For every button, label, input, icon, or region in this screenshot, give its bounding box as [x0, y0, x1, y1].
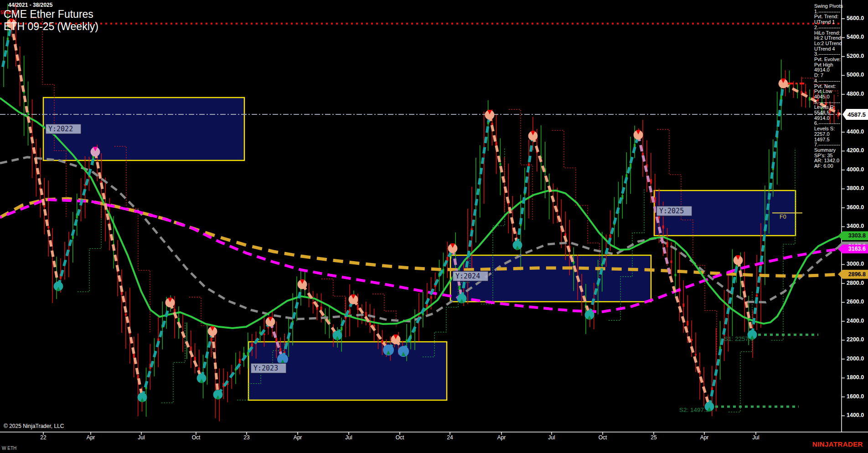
candle-body: [430, 296, 432, 299]
zigzag-leg: [142, 303, 170, 397]
time-axis-label: Apr: [294, 434, 302, 441]
year-box-label: Y:2025: [659, 207, 684, 215]
candle-body: [133, 354, 135, 358]
candle-body: [239, 359, 241, 363]
candle-body: [264, 334, 265, 335]
price-axis-label: 4200.0: [847, 147, 864, 154]
time-axis-label: Jul: [548, 434, 555, 441]
candle-body: [496, 142, 497, 145]
info-panel-line: Pvt. Evolve:: [814, 57, 842, 62]
price-axis-label: 2600.0: [847, 299, 864, 305]
candle-body: [780, 95, 782, 100]
zigzag-leg: [302, 284, 337, 335]
candle-body: [691, 339, 692, 341]
info-panel-line: 4045.0: [814, 94, 842, 100]
price-axis-label: 4000.0: [847, 166, 864, 173]
time-axis-label: Jul: [138, 434, 145, 441]
ninjatrader-logo: NINJATRADER: [812, 440, 863, 448]
price-axis-label: 3000.0: [847, 261, 864, 267]
candle-body: [756, 294, 758, 296]
year-box-label: Y:2022: [48, 125, 73, 133]
price-axis-label: 3400.0: [847, 223, 864, 229]
time-axis-label: 25: [651, 434, 656, 441]
candle-body: [125, 314, 127, 316]
year-box-label: Y:2023: [253, 364, 278, 372]
indicator-price-tag: 3303.8: [838, 231, 868, 240]
current-price-tag: 4587.5: [842, 109, 868, 120]
candle-body: [671, 261, 672, 263]
chart-subtitle: ETH 09-25 (Weekly): [4, 21, 98, 33]
candle-body: [459, 286, 460, 290]
price-axis-label: 2400.0: [847, 318, 864, 324]
time-axis-label: 24: [447, 434, 453, 441]
copyright-label: © 2025 NinjaTrader, LLC: [4, 423, 64, 429]
time-axis-label: Oct: [192, 434, 201, 441]
candle-body: [528, 164, 530, 166]
candle-body: [47, 226, 49, 228]
candle-body: [809, 97, 811, 100]
info-panel-line: AF: 6.00: [814, 164, 842, 169]
price-axis-label: 1600.0: [847, 393, 864, 400]
price-axis-label: 4400.0: [847, 129, 864, 135]
chart-title: CME Ether Futures: [4, 8, 98, 21]
candle-body: [275, 338, 277, 342]
candle-body: [662, 226, 664, 229]
time-axis-label: Jul: [345, 434, 352, 441]
instrument-label: W ETH: [2, 446, 16, 451]
candle-body: [642, 153, 644, 155]
price-axis-label: 1800.0: [847, 374, 864, 381]
price-axis-label: 2200.0: [847, 336, 864, 343]
price-axis-label: 3600.0: [847, 204, 864, 211]
candle-body: [650, 179, 652, 184]
time-axis-label: Apr: [497, 434, 506, 441]
chart-canvas[interactable]: S1: 2257.0S2: 1497.5F0Y:2022Y:2023Y:2024…: [0, 0, 868, 453]
info-panel-line: 5548.5: [814, 110, 842, 116]
candle-body: [500, 163, 501, 165]
price-axis-label: 5400.0: [847, 34, 864, 40]
price-axis-label: 3800.0: [847, 185, 864, 191]
green-stop-line: [771, 148, 795, 340]
price-axis-label: 5000.0: [847, 72, 864, 78]
time-axis-label: Oct: [599, 434, 607, 441]
candle-body: [320, 307, 322, 310]
info-panel-line: Lo:2 UTrend: [814, 41, 842, 46]
chart-header: 44/2021 - 38/2025 CME Ether Futures ETH …: [4, 2, 98, 33]
time-axis-label: Apr: [700, 434, 709, 441]
time-axis-label: Oct: [396, 434, 404, 441]
time-axis-label: Apr: [87, 434, 95, 441]
candle-body: [194, 357, 196, 360]
info-panel-line: 4.-------------: [814, 78, 842, 84]
time-axis-label: 23: [243, 434, 249, 441]
s2-label: S2: 1497.5: [679, 407, 709, 413]
price-axis-label: 5200.0: [847, 53, 864, 59]
year-box-label: Y:2024: [455, 272, 480, 280]
info-panel-line: 2257.0: [814, 132, 842, 137]
time-axis-label: Jul: [752, 434, 759, 441]
price-axis-label: 4800.0: [847, 91, 864, 97]
info-panel-line: Swing Pivots: [814, 4, 842, 9]
price-axis-label: 2800.0: [847, 280, 864, 286]
candle-body: [72, 236, 74, 239]
ninjatrader-chart-window: { "header": { "range": "44/2021 - 38/202…: [0, 0, 868, 453]
price-axis-label: 2000.0: [847, 355, 864, 362]
candle-body: [687, 321, 688, 325]
info-panel-line: Summary: [814, 148, 842, 153]
price-axis-label: 5600.0: [847, 15, 864, 21]
candle-body: [682, 304, 684, 307]
price-axis-label: 1400.0: [847, 412, 864, 418]
info-panel-line: 2.-------------: [814, 25, 842, 31]
green-stop-line: [161, 322, 185, 403]
year-box-labels: Y:2022Y:2023Y:2024Y:2025: [46, 124, 692, 373]
candle-body: [341, 327, 342, 330]
zigzag-leg: [670, 276, 709, 407]
zigzag-leg: [517, 136, 533, 245]
candle-body: [247, 352, 249, 356]
time-axis-label: 22: [40, 434, 46, 441]
date-range-label: 44/2021 - 38/2025: [8, 2, 98, 8]
candle-body: [610, 234, 611, 238]
indicator-price-tag: 3163.6: [838, 244, 868, 253]
zigzag-leg: [709, 260, 738, 407]
f0-label: F0: [780, 214, 786, 220]
candle-body: [446, 257, 448, 261]
indicator-price-tag: 2896.8: [838, 270, 868, 279]
